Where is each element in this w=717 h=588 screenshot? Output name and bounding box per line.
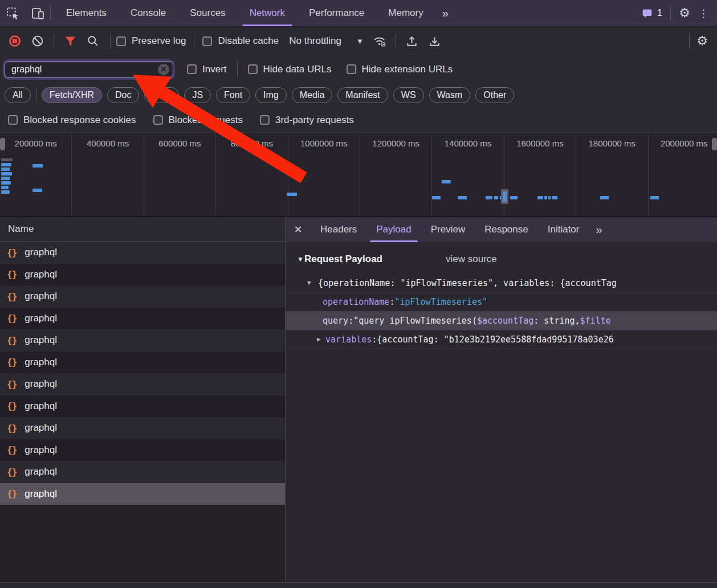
chip-doc[interactable]: Doc bbox=[107, 87, 139, 103]
more-tabs-icon[interactable]: » bbox=[435, 0, 454, 26]
blocked-requests-checkbox[interactable]: Blocked requests bbox=[153, 115, 243, 126]
waterfall-bar bbox=[287, 193, 297, 196]
expander-icon[interactable]: ▼ bbox=[307, 279, 311, 287]
request-row[interactable]: {}graphql bbox=[0, 483, 285, 505]
request-row[interactable]: {}graphql bbox=[0, 242, 285, 264]
detail-tab-response[interactable]: Response bbox=[475, 217, 538, 242]
clear-filter-icon[interactable]: ✕ bbox=[158, 64, 169, 75]
overview-grip-left[interactable] bbox=[0, 138, 5, 150]
tab-console[interactable]: Console bbox=[119, 0, 178, 26]
tab-performance[interactable]: Performance bbox=[297, 0, 376, 26]
tab-memory[interactable]: Memory bbox=[376, 0, 435, 26]
search-button[interactable] bbox=[82, 31, 104, 51]
name-column-header[interactable]: Name bbox=[0, 217, 285, 242]
overview-grip-right[interactable] bbox=[712, 138, 717, 150]
request-row[interactable]: {}graphql bbox=[0, 329, 285, 352]
json-icon: {} bbox=[7, 313, 17, 324]
request-filter-checkboxes: Blocked response cookiesBlocked requests… bbox=[0, 108, 717, 133]
payload-value: "ipFlowTimeseries" bbox=[394, 297, 487, 307]
request-row[interactable]: {}graphql bbox=[0, 264, 285, 286]
detail-tab-headers[interactable]: Headers bbox=[311, 217, 366, 242]
kebab-menu-icon[interactable]: ⋮ bbox=[698, 8, 709, 19]
export-har-icon[interactable] bbox=[423, 31, 446, 51]
detail-tab-preview[interactable]: Preview bbox=[421, 217, 475, 242]
payload-value: $filte bbox=[580, 316, 611, 326]
payload-tree: ▼{operationName: "ipFlowTimeseries", var… bbox=[286, 273, 717, 349]
request-row[interactable]: {}graphql bbox=[0, 352, 285, 374]
waterfall-bar bbox=[32, 164, 43, 168]
device-toolbar-icon[interactable] bbox=[25, 0, 50, 26]
detail-tab-payload[interactable]: Payload bbox=[366, 217, 421, 242]
filter-button[interactable] bbox=[59, 31, 82, 51]
checkbox-box bbox=[347, 64, 356, 74]
request-row[interactable]: {}graphql bbox=[0, 461, 285, 483]
chip-wasm[interactable]: Wasm bbox=[429, 87, 471, 103]
detail-tab-initiator[interactable]: Initiator bbox=[538, 217, 589, 242]
tab-network[interactable]: Network bbox=[238, 0, 297, 26]
section-expander-icon[interactable]: ▼ bbox=[297, 255, 304, 263]
tab-elements[interactable]: Elements bbox=[54, 0, 119, 26]
tab-sources[interactable]: Sources bbox=[178, 0, 237, 26]
request-row[interactable]: {}graphql bbox=[0, 395, 285, 418]
waterfall-bar bbox=[600, 196, 609, 199]
request-row[interactable]: {}graphql bbox=[0, 308, 285, 330]
request-row[interactable]: {}graphql bbox=[0, 373, 285, 395]
toolbar-divider bbox=[396, 34, 396, 48]
import-har-icon[interactable] bbox=[401, 31, 423, 51]
json-icon: {} bbox=[7, 444, 17, 455]
chip-other[interactable]: Other bbox=[475, 87, 514, 103]
invert-checkbox[interactable]: Invert bbox=[187, 64, 227, 75]
preserve-log-checkbox[interactable]: Preserve log bbox=[116, 35, 186, 47]
chip-css[interactable]: CSS bbox=[144, 87, 179, 103]
chip-media[interactable]: Media bbox=[292, 87, 333, 103]
tabbar-divider bbox=[670, 6, 671, 21]
network-overview-timeline[interactable]: 200000 ms400000 ms600000 ms800000 ms1000… bbox=[0, 133, 717, 217]
close-detail-icon[interactable]: ✕ bbox=[286, 217, 311, 242]
record-button[interactable] bbox=[3, 31, 26, 51]
issues-badge[interactable]: 1 bbox=[641, 7, 662, 19]
payload-row-operationName[interactable]: operationName: "ipFlowTimeseries" bbox=[286, 292, 717, 311]
chip-js[interactable]: JS bbox=[184, 87, 211, 103]
payload-row-variables[interactable]: ▶variables: {accountTag: "b12e3b2192ee55… bbox=[286, 330, 717, 349]
chip-fetch-xhr[interactable]: Fetch/XHR bbox=[42, 87, 102, 103]
chip-font[interactable]: Font bbox=[216, 87, 250, 103]
devtools-tabbar: ElementsConsoleSourcesNetworkPerformance… bbox=[0, 0, 717, 27]
request-name: graphql bbox=[25, 444, 57, 456]
network-settings-gear-icon[interactable]: ⚙ bbox=[696, 35, 708, 47]
request-row[interactable]: {}graphql bbox=[0, 417, 285, 439]
network-toolbar: Preserve log Disable cache No throttling… bbox=[0, 27, 717, 55]
clear-button[interactable] bbox=[26, 31, 49, 51]
checkbox-box bbox=[202, 36, 212, 46]
checkbox-box bbox=[187, 64, 197, 74]
inspect-element-icon[interactable] bbox=[0, 0, 25, 26]
network-conditions-icon[interactable] bbox=[368, 31, 391, 51]
3rd-party-requests-checkbox[interactable]: 3rd-party requests bbox=[260, 115, 354, 126]
checkbox-box bbox=[260, 115, 270, 125]
blocked-response-cookies-checkbox[interactable]: Blocked response cookies bbox=[8, 115, 136, 126]
request-name: graphql bbox=[25, 334, 57, 346]
request-row[interactable]: {}graphql bbox=[0, 439, 285, 462]
timeline-tick: 1200000 ms bbox=[360, 133, 432, 216]
settings-gear-icon[interactable]: ⚙ bbox=[679, 7, 690, 19]
expander-icon[interactable]: ▶ bbox=[317, 336, 321, 343]
hide-data-urls-checkbox[interactable]: Hide data URLs bbox=[248, 64, 332, 75]
payload-row-query[interactable]: query: "query ipFlowTimeseries($accountT… bbox=[286, 311, 717, 330]
detail-more-tabs-icon[interactable]: » bbox=[589, 217, 608, 242]
disable-cache-checkbox[interactable]: Disable cache bbox=[202, 35, 279, 47]
throttling-select[interactable]: No throttling ▼ bbox=[289, 35, 364, 47]
detail-tabs: ✕ HeadersPayloadPreviewResponseInitiator… bbox=[286, 217, 717, 242]
payload-root-row[interactable]: ▼{operationName: "ipFlowTimeseries", var… bbox=[286, 273, 717, 292]
chip-all[interactable]: All bbox=[5, 87, 31, 103]
request-row[interactable]: {}graphql bbox=[0, 285, 285, 308]
chip-ws[interactable]: WS bbox=[393, 87, 424, 103]
name-column-label: Name bbox=[8, 223, 34, 235]
filter-input[interactable] bbox=[5, 61, 173, 78]
request-type-chips: AllFetch/XHRDocCSSJSFontImgMediaManifest… bbox=[0, 83, 717, 108]
hide-extension-urls-checkbox[interactable]: Hide extension URLs bbox=[347, 64, 453, 75]
request-list-panel: Name {}graphql{}graphql{}graphql{}graphq… bbox=[0, 217, 286, 588]
waterfall-bar bbox=[1, 186, 9, 189]
filter-input-wrap: ✕ bbox=[5, 61, 173, 78]
view-source-link[interactable]: view source bbox=[446, 254, 497, 265]
chip-manifest[interactable]: Manifest bbox=[337, 87, 388, 103]
chip-img[interactable]: Img bbox=[255, 87, 287, 103]
